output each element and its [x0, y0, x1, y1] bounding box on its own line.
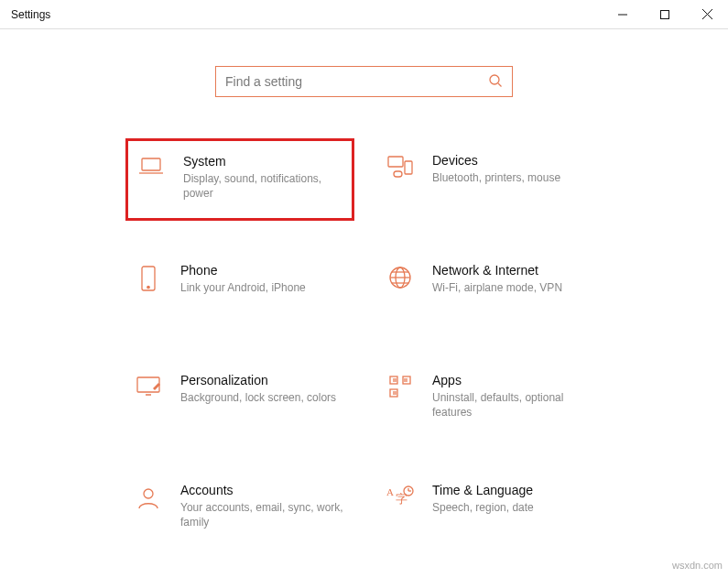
- svg-rect-20: [390, 376, 397, 384]
- personalization-icon: [133, 373, 164, 426]
- window-title: Settings: [11, 8, 50, 21]
- svg-point-29: [144, 489, 153, 498]
- card-personalization[interactable]: Personalization Background, lock screen,…: [125, 367, 354, 431]
- time-language-icon: A字: [385, 483, 416, 536]
- watermark: wsxdn.com: [672, 560, 723, 571]
- svg-rect-9: [405, 161, 412, 174]
- card-title: Accounts: [180, 483, 347, 497]
- globe-icon: [385, 263, 416, 316]
- settings-home: System Display, sound, notifications, po…: [0, 29, 728, 578]
- card-desc: Background, lock screen, colors: [180, 390, 347, 405]
- svg-rect-8: [388, 157, 403, 167]
- svg-text:A: A: [386, 486, 394, 497]
- laptop-icon: [136, 154, 167, 205]
- card-title: Devices: [432, 153, 599, 168]
- close-button[interactable]: [686, 0, 728, 28]
- minimize-button[interactable]: [602, 0, 644, 28]
- card-title: Phone: [180, 263, 347, 278]
- card-network[interactable]: Network & Internet Wi-Fi, airplane mode,…: [377, 257, 606, 322]
- svg-rect-22: [390, 389, 397, 397]
- card-system[interactable]: System Display, sound, notifications, po…: [125, 138, 354, 221]
- card-desc: Wi-Fi, airplane mode, VPN: [432, 280, 599, 295]
- svg-point-4: [490, 75, 499, 84]
- minimize-icon: [618, 10, 627, 19]
- window-controls: [602, 0, 728, 28]
- accounts-icon: [133, 483, 164, 536]
- svg-rect-6: [142, 158, 160, 170]
- svg-rect-10: [394, 171, 402, 177]
- card-time-language[interactable]: A字 Time & Language Speech, region, date: [377, 477, 606, 541]
- card-desc: Bluetooth, printers, mouse: [432, 170, 599, 185]
- maximize-button[interactable]: [644, 0, 686, 28]
- search-box[interactable]: [215, 66, 513, 97]
- card-phone[interactable]: Phone Link your Android, iPhone: [125, 257, 354, 322]
- titlebar: Settings: [0, 0, 728, 29]
- card-desc: Your accounts, email, sync, work, family: [180, 500, 347, 529]
- svg-line-5: [498, 83, 502, 87]
- apps-icon: [385, 373, 416, 426]
- close-icon: [702, 9, 712, 19]
- card-title: Apps: [432, 373, 599, 387]
- maximize-icon: [660, 10, 669, 19]
- search-icon: [488, 73, 503, 91]
- svg-rect-21: [403, 376, 410, 384]
- devices-icon: [385, 153, 416, 206]
- card-title: System: [183, 154, 344, 169]
- search-input[interactable]: [225, 74, 488, 89]
- settings-grid: System Display, sound, notifications, po…: [0, 147, 728, 578]
- card-accounts[interactable]: Accounts Your accounts, email, sync, wor…: [125, 477, 354, 541]
- phone-icon: [133, 263, 164, 316]
- svg-rect-1: [661, 10, 669, 18]
- card-title: Network & Internet: [432, 263, 599, 278]
- card-desc: Display, sound, notifications, power: [183, 171, 344, 201]
- card-title: Time & Language: [432, 483, 599, 497]
- card-devices[interactable]: Devices Bluetooth, printers, mouse: [377, 147, 606, 212]
- card-desc: Uninstall, defaults, optional features: [432, 390, 599, 420]
- card-desc: Link your Android, iPhone: [180, 280, 347, 295]
- card-desc: Speech, region, date: [432, 500, 599, 515]
- svg-rect-18: [137, 377, 159, 392]
- card-apps[interactable]: Apps Uninstall, defaults, optional featu…: [377, 367, 606, 431]
- card-title: Personalization: [180, 373, 347, 387]
- svg-point-12: [147, 286, 149, 288]
